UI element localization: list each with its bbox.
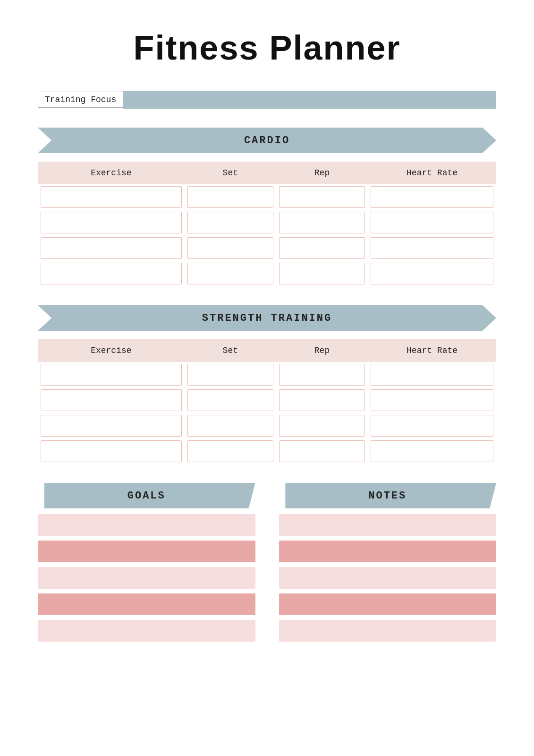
training-focus-bar [123,91,496,109]
cardio-r2-exercise-input[interactable] [41,212,182,233]
strength-r2-exercise-input[interactable] [41,389,182,411]
goals-row-2[interactable] [38,541,255,562]
training-focus-row: Training Focus [38,91,496,109]
goals-col: GOALS [38,483,255,642]
strength-r3-hr-input[interactable] [371,415,493,437]
cardio-col-set: Set [185,162,276,184]
strength-col-set: Set [185,339,276,362]
table-row [38,387,496,413]
strength-r3-hr [368,413,496,438]
strength-r2-hr [368,387,496,413]
cardio-r3-exercise [38,235,185,261]
cardio-r1-set-input[interactable] [187,186,273,208]
notes-row-3[interactable] [279,567,497,589]
notes-row-1[interactable] [279,514,497,536]
cardio-r4-set [185,261,276,286]
cardio-r4-exercise-input[interactable] [41,263,182,284]
cardio-r2-set-input[interactable] [187,212,273,233]
goals-row-1[interactable] [38,514,255,536]
cardio-title: CARDIO [244,135,290,146]
strength-r1-rep-input[interactable] [279,364,365,386]
cardio-col-exercise: Exercise [38,162,185,184]
goals-title: GOALS [127,490,166,502]
strength-r1-rep [276,362,368,387]
notes-row-4[interactable] [279,593,497,615]
strength-col-rep: Rep [276,339,368,362]
cardio-r3-rep [276,235,368,261]
table-row [38,362,496,387]
table-row [38,438,496,464]
cardio-r1-rep [276,184,368,210]
strength-r3-set [185,413,276,438]
strength-r2-set [185,387,276,413]
table-row [38,235,496,261]
strength-r2-set-input[interactable] [187,389,273,411]
cardio-r1-exercise-input[interactable] [41,186,182,208]
cardio-r4-rep-input[interactable] [279,263,365,284]
strength-r4-hr [368,438,496,464]
strength-r1-set-input[interactable] [187,364,273,386]
strength-r1-set [185,362,276,387]
cardio-r4-set-input[interactable] [187,263,273,284]
strength-table: Exercise Set Rep Heart Rate [38,339,496,464]
strength-r2-exercise [38,387,185,413]
cardio-header-bg: CARDIO [38,128,496,153]
goals-rows [38,514,255,642]
table-row [38,413,496,438]
strength-r2-rep [276,387,368,413]
cardio-r2-exercise [38,210,185,235]
strength-r1-exercise-input[interactable] [41,364,182,386]
strength-r4-exercise-input[interactable] [41,440,182,462]
cardio-section: CARDIO Exercise Set Rep Heart Rate [38,128,496,286]
notes-row-2[interactable] [279,541,497,562]
cardio-r4-hr [368,261,496,286]
cardio-r1-hr-input[interactable] [371,186,493,208]
strength-r4-set-input[interactable] [187,440,273,462]
strength-r1-hr-input[interactable] [371,364,493,386]
cardio-r3-rep-input[interactable] [279,237,365,259]
cardio-r2-hr-input[interactable] [371,212,493,233]
goals-row-5[interactable] [38,620,255,642]
page-title: Fitness Planner [38,28,496,67]
strength-r2-hr-input[interactable] [371,389,493,411]
cardio-r1-rep-input[interactable] [279,186,365,208]
strength-r4-rep-input[interactable] [279,440,365,462]
strength-r3-rep [276,413,368,438]
training-focus-label: Training Focus [38,92,123,108]
cardio-r1-set [185,184,276,210]
cardio-r4-hr-input[interactable] [371,263,493,284]
strength-r1-hr [368,362,496,387]
cardio-r3-exercise-input[interactable] [41,237,182,259]
cardio-r3-set-input[interactable] [187,237,273,259]
cardio-header: CARDIO [38,128,496,153]
strength-r4-hr-input[interactable] [371,440,493,462]
cardio-r2-rep-input[interactable] [279,212,365,233]
goals-row-4[interactable] [38,593,255,615]
strength-header: STRENGTH TRAINING [38,305,496,331]
cardio-table: Exercise Set Rep Heart Rate [38,162,496,286]
strength-r4-set [185,438,276,464]
goals-row-3[interactable] [38,567,255,589]
cardio-col-heartrate: Heart Rate [368,162,496,184]
cardio-r4-rep [276,261,368,286]
strength-header-bg: STRENGTH TRAINING [38,305,496,331]
strength-col-exercise: Exercise [38,339,185,362]
notes-title: NOTES [368,490,407,502]
cardio-r3-hr-input[interactable] [371,237,493,259]
strength-r3-exercise [38,413,185,438]
strength-col-heartrate: Heart Rate [368,339,496,362]
cardio-r2-hr [368,210,496,235]
strength-r1-exercise [38,362,185,387]
strength-r3-rep-input[interactable] [279,415,365,437]
notes-row-5[interactable] [279,620,497,642]
cardio-r1-exercise [38,184,185,210]
strength-section: STRENGTH TRAINING Exercise Set Rep Heart… [38,305,496,464]
table-row [38,261,496,286]
strength-r2-rep-input[interactable] [279,389,365,411]
cardio-col-rep: Rep [276,162,368,184]
cardio-r3-hr [368,235,496,261]
cardio-r4-exercise [38,261,185,286]
strength-r3-set-input[interactable] [187,415,273,437]
cardio-r3-set [185,235,276,261]
strength-r3-exercise-input[interactable] [41,415,182,437]
